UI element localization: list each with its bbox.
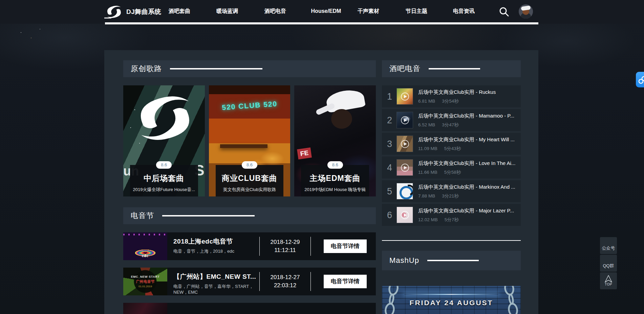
track-info: 后场中英文商业Club实用 - My Heart Will ... 11.09 … — [418, 137, 519, 152]
section-title-line — [427, 260, 479, 261]
track-duration: 5分7秒 — [445, 217, 459, 222]
track-size: 12.02 MB — [418, 217, 438, 222]
thumb-caption: edc — [123, 254, 167, 258]
track-thumbnail — [396, 135, 413, 152]
sidebar-divider — [382, 240, 521, 241]
nav-link-news[interactable]: 电音资讯 — [453, 0, 475, 22]
card-subtitle: 2019火爆全球Future House音... — [130, 187, 198, 193]
nav-link-warmup[interactable]: 暖场蓝调 — [216, 0, 238, 22]
festival-thumbnail: EMC_NEW START 广州电音节 01.01.2019 — [123, 268, 167, 295]
festival-time: 11:12:11 — [263, 246, 307, 254]
arrow-up-icon — [604, 274, 613, 283]
track-size: 7.88 MB — [418, 193, 435, 198]
nav-link-bar-sets[interactable]: 酒吧套曲 — [169, 0, 190, 22]
card-overlay: 8.6 主场EDM套曲 2019中场EDM House 嗨场专辑 — [301, 165, 369, 196]
track-rank: 4 — [387, 162, 392, 173]
track-duration: 3分47秒 — [442, 122, 459, 127]
section-title: 电音节 — [131, 211, 154, 221]
festival-row[interactable]: edc 2018上海edc电音节 电音，音节，上海，2018，edc 2018-… — [123, 232, 376, 260]
track-list: 1 后场中英文商业Club实用 - Ruckus 6.81 MB3分54秒 2 — [382, 85, 521, 226]
track-info: 后场中英文商业Club实用 - Major Lazer P... 12.02 M… — [418, 208, 519, 223]
track-title: 后场中英文商业Club实用 - Major Lazer P... — [418, 208, 519, 214]
nav-link-holiday[interactable]: 节日主题 — [406, 0, 427, 22]
track-meta: 11.09 MB5分43秒 — [418, 146, 519, 152]
thumb-line2: 广州电音节 — [136, 279, 155, 284]
festival-title: 【广州站】EMC_NEW ST... — [173, 272, 259, 281]
festival-detail-button[interactable]: 电音节详情 — [324, 239, 367, 253]
track-title: 后场中英文商业Club实用 - Love In The Ai... — [418, 160, 519, 167]
nav-link-bar-edm[interactable]: 酒吧电音 — [264, 0, 286, 22]
track-row[interactable]: 5 后场中英文商业Club实用 - Markinox And ... 7.88 … — [382, 180, 521, 202]
avatar[interactable] — [519, 4, 533, 19]
section-header-festivals: 电音节 — [123, 207, 376, 224]
section-title: 原创歌路 — [131, 64, 162, 74]
qq-group-button[interactable]: QQ群 — [600, 255, 617, 272]
brand[interactable]: DJ舞曲系统 — [104, 4, 161, 20]
festival-date: 2018-12-27 — [263, 273, 307, 281]
festival-time: 22:03:12 — [263, 281, 307, 290]
track-title: 后场中英文商业Club实用 - My Heart Will ... — [418, 137, 519, 143]
track-info: 后场中英文商业Club实用 - Love In The Ai... 11.66 … — [418, 160, 519, 175]
card-subtitle: 2019中场EDM House 嗨场专辑 — [301, 187, 369, 193]
play-icon — [397, 207, 413, 223]
thumb-line3: 01.01.2019 — [138, 285, 152, 288]
festival-thumbnail: edc — [123, 232, 167, 260]
track-thumbnail — [396, 183, 413, 200]
rating-badge: 8.6 — [242, 161, 257, 169]
thumb-caption: EMC_NEW START 广州电音节 01.01.2019 — [123, 268, 167, 295]
track-duration: 5分58秒 — [444, 170, 461, 175]
link-icon — [638, 75, 644, 85]
festival-title: 2018上海edc电音节 — [173, 237, 259, 246]
playlist-cards: un S 8.6 中后场套曲 2019火爆全球Future House音... … — [123, 85, 376, 196]
card-subtitle: 英文包房商业Club实用歌路 — [216, 187, 284, 193]
festival-row-partial[interactable] — [123, 303, 376, 314]
festival-detail-button[interactable]: 电音节详情 — [324, 275, 367, 288]
divider — [310, 272, 311, 291]
floating-toolbar: 公众号 QQ群 TOP — [600, 237, 617, 289]
track-meta: 12.02 MB5分7秒 — [418, 217, 519, 223]
track-title: 后场中英文商业Club实用 - Mamamoo - P... — [418, 113, 519, 119]
track-thumbnail — [396, 88, 413, 105]
share-fab-button[interactable] — [636, 72, 644, 87]
track-duration: 3分21秒 — [442, 193, 459, 198]
track-thumbnail — [396, 159, 413, 176]
track-thumbnail — [396, 207, 413, 223]
track-duration: 5分43秒 — [444, 146, 461, 151]
track-rank: 5 — [387, 186, 392, 196]
search-icon[interactable] — [498, 6, 510, 18]
track-row[interactable]: 4 后场中英文商业Club实用 - Love In The Ai... 11.6… — [382, 156, 521, 179]
track-rank: 2 — [387, 115, 392, 125]
navbar: DJ舞曲系统 酒吧套曲 暖场蓝调 酒吧电音 House/EDM 干声素材 节日主… — [0, 0, 644, 24]
section-header-playlists: 原创歌路 — [123, 60, 376, 77]
playlist-card[interactable]: FE 8.6 主场EDM套曲 2019中场EDM House 嗨场专辑 — [294, 85, 376, 196]
track-row[interactable]: 2 后场中英文商业Club实用 - Mamamoo - P... 6.52 MB… — [382, 109, 521, 131]
track-row[interactable]: 3 后场中英文商业Club实用 - My Heart Will ... 11.0… — [382, 133, 521, 155]
wechat-official-button[interactable]: 公众号 — [600, 237, 617, 254]
play-icon — [397, 88, 413, 104]
track-info: 后场中英文商业Club实用 - Ruckus 6.81 MB3分54秒 — [418, 89, 519, 104]
thumb-line1: EMC_NEW START — [131, 275, 159, 278]
nav-link-house-edm[interactable]: House/EDM — [311, 0, 341, 22]
section-title: MashUp — [389, 256, 419, 265]
track-title: 后场中英文商业Club实用 - Markinox And ... — [418, 184, 519, 190]
canopy-shape — [220, 144, 267, 148]
section-title-line — [429, 68, 480, 69]
rating-badge: 8.6 — [327, 161, 343, 169]
card-overlay: 8.6 商业CLUB套曲 英文包房商业Club实用歌路 — [216, 165, 284, 196]
festival-row[interactable]: EMC_NEW START 广州电音节 01.01.2019 【广州站】EMC_… — [123, 268, 376, 295]
track-size: 11.09 MB — [418, 146, 437, 151]
section-title-line — [170, 68, 262, 69]
nav-link-acapella[interactable]: 干声素材 — [358, 0, 379, 22]
playlist-card[interactable]: 520 CLUB 520 8.6 商业CLUB套曲 英文包房商业Club实用歌路 — [209, 85, 291, 196]
festival-thumbnail — [123, 303, 167, 314]
track-row[interactable]: 6 后场中英文商业Club实用 - Major Lazer P... 12.02… — [382, 204, 521, 226]
card-title: 商业CLUB套曲 — [216, 173, 284, 184]
festival-tags: 电音，广州站，音节，嘉年华，START，NEW，EMC — [173, 284, 259, 295]
mashup-banner[interactable]: FRIDAY 24 AUGUST — [382, 286, 521, 314]
track-info: 后场中英文商业Club实用 - Mamamoo - P... 6.52 MB3分… — [418, 113, 519, 128]
play-icon — [397, 160, 413, 175]
playlist-card[interactable]: un S 8.6 中后场套曲 2019火爆全球Future House音... — [123, 85, 205, 196]
back-to-top-button[interactable]: TOP — [600, 272, 617, 289]
festival-datetime: 2018-12-27 22:03:12 — [263, 273, 307, 290]
track-row[interactable]: 1 后场中英文商业Club实用 - Ruckus 6.81 MB3分54秒 — [382, 85, 521, 107]
